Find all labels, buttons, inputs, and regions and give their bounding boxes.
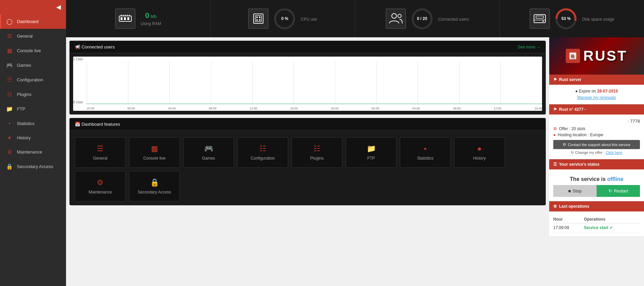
see-more-link[interactable]: See more → (518, 45, 540, 49)
feature-games[interactable]: 🎮 Games (183, 137, 234, 168)
cpu-icon (252, 13, 264, 25)
x-label: 16:00 (290, 107, 298, 110)
ram-value: 0 (145, 11, 149, 20)
last-ops-header: ⚙ Last operations (549, 201, 644, 211)
feature-secondary-label: Secondary Access (138, 190, 171, 195)
flag2-icon: ⚑ (553, 107, 557, 112)
sidebar-item-plugins[interactable]: ☷ Plugins (0, 87, 66, 102)
restart-button[interactable]: ↻ Restart (597, 185, 640, 197)
sidebar-item-statistics[interactable]: ▪ Statistics (0, 116, 66, 130)
feature-secondary-access[interactable]: 🔒 Secondary Access (129, 171, 180, 202)
content-area: 📢 Connected users See more → 1 User 0 Us… (66, 37, 644, 286)
disk-label: Disk space usage (582, 17, 614, 22)
status-value: offline (607, 176, 623, 182)
svg-rect-13 (256, 19, 258, 21)
feature-maintenance[interactable]: ⚙ Maintenance (75, 171, 126, 202)
feature-ftp-icon: 📁 (367, 144, 376, 153)
svg-rect-1 (121, 17, 123, 20)
top-stats-bar: 0 Mb Using RAM 0 (66, 0, 644, 37)
feature-config-icon: ☷ (259, 144, 266, 153)
chart-grid (87, 62, 542, 104)
sidebar-item-secondary-access[interactable]: 🔒 Secondary Access (0, 159, 66, 174)
sidebar-item-console-live[interactable]: ▩ Console live (0, 43, 66, 58)
change-offer-icon: ↻ (571, 150, 574, 155)
maintenance-icon: ⚙ (6, 149, 13, 155)
feature-ftp[interactable]: 📁 FTP (346, 137, 396, 168)
grid-line (500, 62, 501, 104)
svg-rect-10 (255, 16, 261, 22)
stop-button[interactable]: ■ Stop (553, 185, 597, 197)
sidebar-item-games[interactable]: 🎮 Games (0, 58, 66, 73)
feature-plugins-label: Plugins (310, 156, 323, 161)
sidebar-item-label: FTP (17, 106, 25, 111)
sidebar-item-dashboard[interactable]: ◯ Dashboard (0, 14, 66, 29)
sidebar-item-general[interactable]: ☰ General (0, 29, 66, 43)
svg-rect-2 (124, 17, 126, 20)
last-operations-section: ⚙ Last operations Hour Operations (549, 201, 644, 237)
connected-users-title: 📢 Connected users (75, 44, 115, 49)
feature-config-label: Configuration (251, 156, 275, 161)
feature-console-live[interactable]: ▩ Console live (129, 137, 180, 168)
x-label: 20:00 (331, 107, 339, 110)
sidebar-item-history[interactable]: ● History (0, 130, 66, 145)
x-label: 20:00 (87, 107, 94, 110)
svg-point-18 (398, 14, 401, 18)
rust-icon-svg: R (568, 51, 578, 61)
x-label: 12:00 (250, 107, 257, 110)
stat-card-disk: 53 % Disk space usage (500, 0, 644, 37)
svg-rect-23 (536, 16, 543, 18)
sidebar-back[interactable]: ◀ (0, 0, 66, 14)
svg-text:R: R (571, 54, 575, 59)
offer-row: ⚙ Offer : 20 slots (553, 126, 640, 131)
ops-icon: ⚙ (553, 204, 557, 209)
feature-statistics[interactable]: ▪ Statistics (400, 137, 451, 168)
back-icon[interactable]: ◀ (56, 3, 61, 11)
sidebar-item-label: Dashboard (17, 19, 39, 24)
feature-general-label: General (93, 156, 108, 161)
feature-plugins[interactable]: ☷ Plugins (292, 137, 342, 168)
ftp-icon: 📁 (6, 106, 13, 112)
feature-stats-label: Statistics (417, 156, 433, 161)
ops-row: 17:09:09 Service start ✔ (553, 223, 640, 232)
check-icon: ✔ (609, 225, 613, 230)
games-icon: 🎮 (6, 62, 13, 68)
main-area: 0 Mb Using RAM 0 (66, 0, 644, 286)
click-here-link[interactable]: Click here (606, 150, 622, 155)
disk-value: 53 % (561, 16, 571, 21)
feature-general-icon: ☰ (97, 144, 104, 153)
rust-number-header: ⚑ Rust n° 4277 - (549, 104, 644, 115)
sidebar-item-ftp[interactable]: 📁 FTP (0, 102, 66, 116)
stat-card-cpu: 0 % CPU use (211, 0, 355, 37)
ops-hour: 17:09:09 (553, 223, 584, 232)
feature-ftp-label: FTP (367, 156, 375, 161)
ram-icon-box (115, 8, 135, 29)
chart-x-labels: 20:00 00:00 04:00 08:00 12:00 16:00 20:0… (87, 107, 542, 110)
rust-logo: R RUST (566, 48, 627, 64)
history-icon: ● (6, 135, 13, 141)
grid-line (335, 62, 335, 104)
sidebar-item-configuration[interactable]: ☷ Configuration (0, 73, 66, 87)
restart-icon: ↻ (608, 188, 612, 193)
feature-games-label: Games (202, 156, 215, 161)
feature-general[interactable]: ☰ General (75, 137, 126, 168)
sidebar-item-label: Games (17, 63, 31, 68)
users-value: 0 / 20 (417, 16, 427, 21)
svg-point-24 (542, 21, 544, 22)
op-label: Service start (584, 225, 608, 230)
svg-rect-12 (259, 17, 260, 18)
sidebar-item-maintenance[interactable]: ⚙ Maintenance (0, 145, 66, 159)
rust-number-section: ⚑ Rust n° 4277 - : 7778 ⚙ Offer : 20 slo… (549, 104, 644, 159)
console-icon: ▩ (6, 47, 13, 54)
feature-configuration[interactable]: ☷ Configuration (237, 137, 288, 168)
manage-link[interactable]: Manage my renewals (553, 95, 640, 100)
chart-y-bottom: 0 User (73, 100, 83, 104)
rust-server-header: ⚑ Rust server (549, 75, 644, 85)
support-button[interactable]: ⚙ Contact the support about this service (553, 140, 640, 149)
ram-stat-info: 0 Mb Using RAM (141, 11, 161, 26)
lock-icon: 🔒 (6, 163, 13, 170)
expire-text: ● Expire on 28-07-2015 (553, 89, 640, 94)
feature-history[interactable]: ● History (454, 137, 505, 168)
support-label: Contact the support about this service (568, 143, 630, 147)
grid-line (252, 62, 253, 104)
rust-server-section: ⚑ Rust server ● Expire on 28-07-2015 Man… (549, 75, 644, 104)
